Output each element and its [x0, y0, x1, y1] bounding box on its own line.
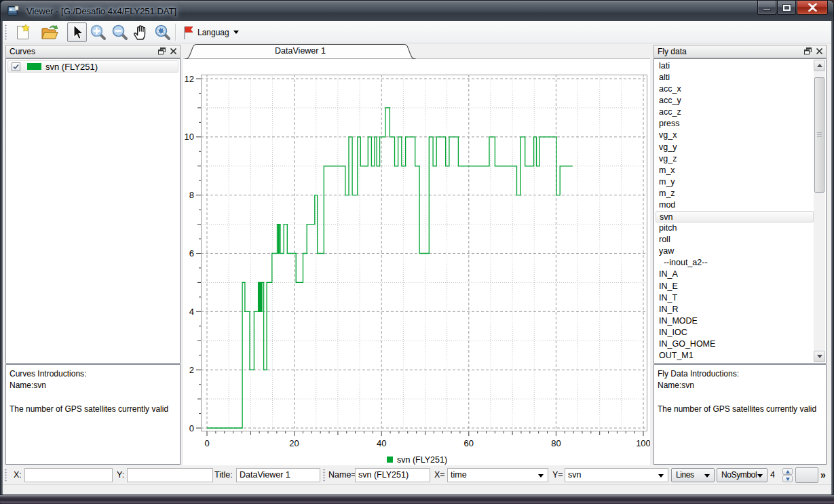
- scrollbar-down-button[interactable]: [814, 351, 825, 362]
- zoom-in-button[interactable]: [88, 22, 108, 42]
- line-style-combobox[interactable]: Lines: [671, 468, 715, 482]
- flydata-item-mod[interactable]: mod: [656, 199, 814, 211]
- x-coord-label: X:: [14, 466, 22, 484]
- symbol-combobox[interactable]: NoSymbol: [717, 468, 767, 482]
- pan-hand-icon: [132, 24, 150, 41]
- curve-list-item[interactable]: svn (FLY251): [7, 60, 178, 73]
- new-file-button[interactable]: [13, 22, 33, 42]
- zoom-fit-icon: [154, 24, 172, 41]
- flydata-item-vg_x[interactable]: vg_x: [656, 130, 814, 141]
- flydata-close-icon[interactable]: [816, 47, 823, 55]
- y-coord-input[interactable]: [127, 468, 213, 482]
- pan-hand-button[interactable]: [131, 22, 151, 42]
- flydata-item-roll[interactable]: roll: [656, 234, 814, 246]
- flydata-item-m_y[interactable]: m_y: [656, 176, 814, 188]
- select-arrow-button[interactable]: [67, 22, 87, 42]
- coords-toolbar-handle[interactable]: [5, 469, 7, 482]
- svg-text:0: 0: [189, 423, 194, 433]
- flydata-item-alti[interactable]: alti: [656, 72, 814, 83]
- title-field-label: Title:: [214, 466, 233, 484]
- chart-pane: 024681012020406080100svn (FLY251): [183, 59, 650, 465]
- flydata-item---inout_a2--[interactable]: --inout_a2--: [656, 257, 814, 269]
- title-input[interactable]: DataViewer 1: [236, 468, 320, 482]
- flydata-item-acc_z[interactable]: acc_z: [656, 106, 814, 118]
- curves-close-icon[interactable]: [170, 47, 177, 55]
- spin-up-button[interactable]: [782, 468, 793, 475]
- flydata-float-icon[interactable]: [804, 47, 812, 55]
- svg-text:4: 4: [189, 307, 194, 317]
- spin-down-icon: [786, 478, 790, 481]
- titlebar[interactable]: Viewer - [G:/Desafio 4x4/FLY251.DAT]: [0, 0, 834, 21]
- flydata-list[interactable]: latialtiacc_xacc_yacc_zpressvg_xvg_yvg_z…: [653, 58, 827, 364]
- curve-color-swatch: [27, 63, 41, 70]
- xaxis-field-label: X=: [434, 466, 445, 484]
- svg-text:60: 60: [464, 438, 474, 448]
- flydata-panel-header[interactable]: Fly data: [653, 45, 827, 58]
- zoom-out-button[interactable]: [110, 22, 130, 42]
- svg-text:6: 6: [189, 248, 194, 258]
- spin-up-icon: [786, 470, 790, 473]
- flydata-item-vg_y[interactable]: vg_y: [656, 142, 814, 153]
- curves-float-icon[interactable]: [158, 47, 166, 55]
- application-window: Viewer - [G:/Desafio 4x4/FLY251.DAT]: [0, 0, 834, 504]
- flydata-item-IN_IOC[interactable]: IN_IOC: [656, 327, 814, 338]
- curves-panel-header[interactable]: Curves: [5, 45, 181, 58]
- flydata-item-IN_E[interactable]: IN_E: [656, 281, 814, 292]
- close-button[interactable]: [797, 1, 828, 15]
- maximize-button[interactable]: [777, 1, 796, 15]
- x-coord-input[interactable]: [24, 468, 113, 482]
- tab-dataviewer[interactable]: DataViewer 1: [183, 46, 417, 56]
- flydata-item-press[interactable]: press: [656, 118, 814, 130]
- open-file-button[interactable]: [40, 22, 60, 42]
- curve-checkbox[interactable]: [12, 62, 20, 71]
- window-title: Viewer - [G:/Desafio 4x4/FLY251.DAT]: [26, 1, 176, 22]
- name-input[interactable]: svn (FLY251): [355, 468, 430, 482]
- svg-text:2: 2: [189, 365, 194, 375]
- curves-panel-title: Curves: [10, 47, 35, 56]
- toolbar-overflow-chevron[interactable]: »: [820, 466, 826, 484]
- language-label: Languag: [197, 28, 229, 37]
- curve-toolbar-handle[interactable]: [323, 469, 326, 482]
- xaxis-combobox[interactable]: time: [447, 468, 548, 482]
- color-button[interactable]: [795, 467, 818, 483]
- flydata-item-acc_x[interactable]: acc_x: [656, 83, 814, 95]
- toolbar-separator: [175, 24, 176, 41]
- flydata-item-pitch[interactable]: pitch: [656, 222, 814, 234]
- flydata-item-acc_y[interactable]: acc_y: [656, 95, 814, 106]
- zoom-fit-button[interactable]: [153, 22, 172, 42]
- flydata-item-m_z[interactable]: m_z: [656, 188, 814, 199]
- flydata-item-svn[interactable]: svn: [656, 211, 814, 222]
- minimize-icon: [763, 9, 771, 11]
- window-frame-bottom: [0, 495, 834, 504]
- flydata-panel-title: Fly data: [658, 47, 687, 56]
- svg-text:40: 40: [377, 438, 386, 448]
- yaxis-combobox[interactable]: svn: [565, 468, 668, 482]
- curves-introductions: Curves Introductions: Name:svn The numbe…: [5, 364, 181, 465]
- window-controls: [757, 1, 828, 16]
- chart[interactable]: 024681012020406080100svn (FLY251): [183, 59, 650, 465]
- spin-down-button[interactable]: [782, 476, 793, 482]
- scrollbar-thumb[interactable]: [814, 77, 824, 193]
- curves-list[interactable]: svn (FLY251): [5, 58, 181, 364]
- scrollbar-up-button[interactable]: [814, 60, 825, 71]
- minimize-button[interactable]: [757, 1, 776, 15]
- flydata-item-OUT_M1[interactable]: OUT_M1: [656, 350, 814, 362]
- flydata-item-yaw[interactable]: yaw: [656, 246, 814, 257]
- flydata-item-m_x[interactable]: m_x: [656, 165, 814, 176]
- bottom-toolbar: X: Y: Title: DataViewer 1 Name= svn (FLY…: [3, 466, 831, 484]
- flydata-item-IN_MODE[interactable]: IN_MODE: [656, 315, 814, 327]
- svg-text:20: 20: [289, 438, 299, 448]
- flydata-item-IN_T[interactable]: IN_T: [656, 292, 814, 304]
- flydata-item-lati[interactable]: lati: [656, 60, 814, 72]
- flydata-item-IN_R[interactable]: IN_R: [656, 304, 814, 315]
- language-menu-button[interactable]: Languag: [178, 22, 243, 42]
- toolbar-drag-handle[interactable]: [5, 24, 7, 40]
- flydata-item-vg_z[interactable]: vg_z: [656, 153, 814, 165]
- flydata-item-IN_A[interactable]: IN_A: [656, 269, 814, 280]
- zoom-out-icon: [111, 24, 129, 41]
- line-width-spinner[interactable]: [782, 468, 793, 482]
- scroll-down-icon: [817, 355, 822, 358]
- flydata-item-IN_GO_HOME[interactable]: IN_GO_HOME: [656, 338, 814, 350]
- maximize-icon: [783, 5, 791, 11]
- flydata-scrollbar[interactable]: [814, 60, 825, 362]
